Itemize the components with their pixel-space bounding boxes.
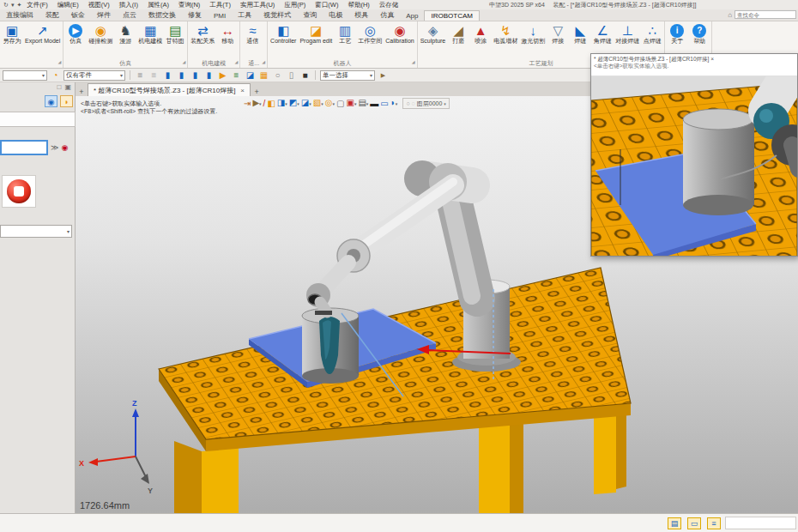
- layer-combo[interactable]: ○ ◌ 图层0000 ▾: [402, 98, 450, 109]
- menu-e[interactable]: 编辑(E): [57, 1, 79, 9]
- grinding-button[interactable]: ◢打磨: [447, 22, 469, 58]
- dropdown-icon[interactable]: ▾: [11, 2, 15, 9]
- pick-list-icon[interactable]: ≡: [231, 70, 242, 81]
- save-as-button[interactable]: ▣另存为: [1, 22, 23, 58]
- menu-n[interactable]: 查询(N): [178, 1, 200, 9]
- process-button[interactable]: ▥工艺: [334, 22, 356, 58]
- bulb-icon[interactable]: ○: [406, 100, 409, 106]
- pick-image-icon[interactable]: ▦: [258, 70, 269, 81]
- status-input-field[interactable]: [725, 517, 796, 529]
- frame-icon[interactable]: ▯: [286, 70, 297, 81]
- panel-float-icon[interactable]: ▣: [64, 83, 71, 91]
- sketch-pencil-icon[interactable]: /: [263, 98, 266, 110]
- gantt-chart-button[interactable]: ▤甘特图: [164, 22, 186, 58]
- assembly-relation-button[interactable]: ⇄装配关系: [189, 22, 216, 58]
- solid-icon[interactable]: ■: [299, 70, 311, 81]
- add-tab-button[interactable]: +: [251, 88, 263, 96]
- menu-a[interactable]: 属性(A): [148, 1, 169, 9]
- clip-section-icon[interactable]: ▣▾: [346, 97, 356, 110]
- menu-[interactable]: 云存储: [379, 1, 399, 9]
- menu-t[interactable]: 工具(T): [209, 1, 231, 9]
- ribbon-tab-电极[interactable]: 电极: [323, 9, 348, 21]
- welding-button[interactable]: ▽焊接: [547, 22, 569, 58]
- menu-h[interactable]: 帮助(H): [348, 1, 369, 9]
- pick-run-icon[interactable]: ▶: [378, 70, 389, 81]
- group-dialog-launcher-icon[interactable]: ◢: [182, 57, 185, 67]
- layers-icon[interactable]: ▤▾: [358, 97, 368, 110]
- home-icon[interactable]: ⌂: [728, 11, 732, 19]
- ribbon-tab-模具[interactable]: 模具: [348, 9, 374, 21]
- walkthrough-button[interactable]: ♞漫游: [114, 22, 136, 58]
- ribbon-tab-pmi[interactable]: PMI: [208, 11, 232, 21]
- exit-view-icon[interactable]: ⇥: [244, 98, 251, 110]
- sync-icon[interactable]: ↻: [3, 2, 9, 9]
- spray-paint-button[interactable]: ▲喷涂: [469, 22, 492, 58]
- view-shaded-icon[interactable]: ◪▾: [301, 97, 311, 110]
- list-panel-toggle-icon[interactable]: ≡: [707, 517, 721, 529]
- group-dialog-launcher-icon[interactable]: ◢: [234, 57, 238, 67]
- orbit-icon[interactable]: ◎▾: [325, 97, 335, 110]
- pick-box-icon[interactable]: ◪: [245, 70, 256, 81]
- filter-vertex-icon[interactable]: ▮: [203, 70, 215, 81]
- search-input[interactable]: [735, 10, 796, 19]
- welding-table[interactable]: [159, 268, 631, 513]
- menu-i[interactable]: 插入(I): [119, 1, 138, 9]
- mechatronics-model-button[interactable]: ▦机电建模: [136, 22, 164, 58]
- move-button[interactable]: ↔移动: [216, 22, 239, 58]
- filter-clock-icon[interactable]: ◔: [50, 70, 61, 81]
- filter-face-icon[interactable]: ▮: [176, 70, 187, 81]
- monitor-panel-toggle-icon[interactable]: ▭: [687, 517, 701, 529]
- collision-check-button[interactable]: ◉碰撞检测: [87, 22, 114, 58]
- ribbon-tab-查询[interactable]: 查询: [297, 9, 323, 21]
- laser-cut-button[interactable]: ↓激光切割: [519, 22, 547, 58]
- menu-v[interactable]: 视图(V): [88, 1, 110, 9]
- ribbon-tab-app[interactable]: App: [400, 11, 424, 21]
- entity-filter-combo[interactable]: ▾: [3, 70, 47, 81]
- close-icon[interactable]: ×: [240, 87, 245, 94]
- document-tab[interactable]: * 超薄CR10型号焊接场景.Z3 - [超薄CR10焊接] ×: [88, 83, 251, 96]
- stop-record-button[interactable]: [2, 175, 36, 208]
- list-expand-icon[interactable]: ≡: [148, 70, 160, 81]
- view-wire-icon[interactable]: ▧▾: [313, 97, 323, 110]
- ribbon-tab-点云[interactable]: 点云: [117, 9, 142, 21]
- parts-only-combo[interactable]: 仅有零件▾: [63, 70, 125, 81]
- new-document-button[interactable]: +: [76, 88, 88, 96]
- simulate-button[interactable]: ▶仿真: [64, 22, 87, 58]
- filter-edge-icon[interactable]: ▮: [190, 70, 201, 81]
- weld-seam-button[interactable]: ◣焊缝: [569, 22, 591, 58]
- view-front-icon[interactable]: ◩▾: [289, 97, 299, 110]
- monitor-icon[interactable]: ▭: [380, 98, 388, 110]
- table-panel-toggle-icon[interactable]: ▤: [668, 517, 681, 529]
- pick-tool-icon[interactable]: ▶▾: [252, 97, 261, 110]
- material-icon[interactable]: ◗▾: [390, 97, 398, 110]
- ribbon-tab-仿真[interactable]: 仿真: [374, 9, 400, 21]
- layer-visibility-icon[interactable]: ◌: [412, 100, 415, 106]
- background-icon[interactable]: ▬: [370, 98, 378, 110]
- arc-additive-button[interactable]: ↯电弧增材: [492, 22, 519, 58]
- selection-mode-combo[interactable]: 单一选择▾: [320, 70, 375, 81]
- panel-option-combo[interactable]: ▾: [0, 225, 72, 238]
- history-icon[interactable]: ○: [272, 70, 283, 81]
- entity-input-field[interactable]: [0, 140, 48, 155]
- view-standard-icon[interactable]: ◧: [267, 98, 275, 110]
- workspace-button[interactable]: ◎工作空间: [356, 22, 384, 58]
- communication-button[interactable]: ≈通信: [241, 22, 263, 58]
- panel-dock-icon[interactable]: □: [57, 83, 62, 91]
- list-collapse-icon[interactable]: ≡: [135, 70, 146, 81]
- group-dialog-launcher-icon[interactable]: ◢: [262, 57, 265, 67]
- window-zoom-icon[interactable]: ▢: [336, 98, 344, 110]
- ribbon-tab-修复[interactable]: 修复: [182, 9, 208, 21]
- ribbon-tab-工具[interactable]: 工具: [232, 9, 257, 21]
- export-model-button[interactable]: ↗Export Model: [23, 22, 62, 58]
- pick-arrow-icon[interactable]: ▶: [217, 70, 228, 81]
- ribbon-tab-钣金[interactable]: 钣金: [65, 9, 91, 21]
- flash-icon[interactable]: ✦: [16, 2, 21, 9]
- group-dialog-launcher-icon[interactable]: ◢: [412, 57, 415, 67]
- menu-p[interactable]: 应用(P): [284, 1, 305, 9]
- ribbon-tab-直接编辑[interactable]: 直接编辑: [0, 9, 39, 21]
- expand-chevrons-icon[interactable]: ≫: [51, 143, 58, 152]
- ribbon-tab-irobotcam[interactable]: IROBOTCAM: [424, 10, 479, 21]
- doc-hint-icon[interactable]: ◗: [60, 95, 73, 107]
- group-dialog-launcher-icon[interactable]: ◢: [57, 57, 61, 67]
- info-icon[interactable]: ◉: [45, 95, 57, 107]
